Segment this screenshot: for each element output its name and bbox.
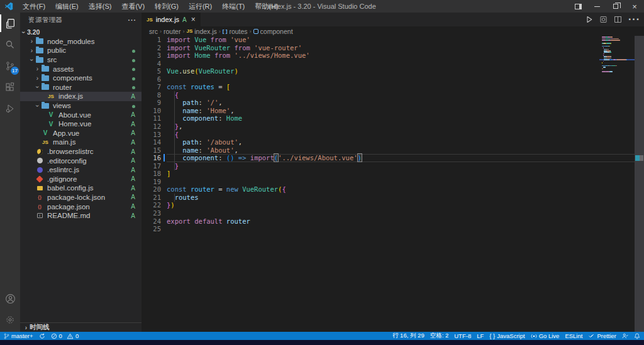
timeline-section[interactable]: › 时间线 (20, 322, 142, 332)
folder-icon (35, 47, 44, 54)
tree-item-src[interactable]: ›src (20, 55, 142, 65)
account-button[interactable] (0, 288, 20, 309)
explorer-actions-button[interactable]: ··· (128, 16, 137, 24)
encoding-item[interactable]: UTF-8 (454, 332, 471, 339)
activity-extensions[interactable] (0, 77, 20, 98)
tab-indexjs[interactable]: JS index.js A × (142, 13, 201, 26)
code-line-16[interactable]: 16 component: () => import('../views/Abo… (142, 154, 644, 162)
breadcrumb-item[interactable]: index.js (194, 28, 217, 35)
go-live-item[interactable]: Go Live (531, 332, 560, 339)
activity-run-debug[interactable] (0, 98, 20, 119)
tree-item-node-modules[interactable]: ›node_modules (20, 37, 142, 47)
code-line-1[interactable]: 1import Vue from 'vue' (142, 36, 644, 44)
code-line-21[interactable]: 21 routes (142, 194, 644, 202)
code-line-9[interactable]: 9 path: '/', (142, 99, 644, 107)
git-branch-item[interactable]: master+ (4, 332, 33, 339)
code-line-8[interactable]: 8 { (142, 91, 644, 99)
code-line-19[interactable]: 19 (142, 178, 644, 186)
code-line-2[interactable]: 2import VueRouter from 'vue-router' (142, 44, 644, 52)
menu-item[interactable]: 转到(G) (150, 1, 183, 13)
tree-item-main-js[interactable]: JSmain.jsA (20, 138, 142, 147)
activity-source-control[interactable]: 17 (0, 55, 20, 77)
tree-item--editorconfig[interactable]: .editorconfigA (20, 156, 142, 165)
tree-item-home-vue[interactable]: VHome.vueA (20, 119, 142, 129)
tree-item-router[interactable]: ›router (20, 83, 142, 92)
minimize-button[interactable] (587, 0, 606, 13)
sync-button[interactable] (39, 333, 45, 339)
tree-item-app-vue[interactable]: VApp.vueA (20, 129, 142, 138)
code-line-14[interactable]: 14 path: '/about', (142, 138, 644, 146)
tree-item-readme-md[interactable]: iREADME.mdA (20, 211, 142, 221)
notifications-button[interactable] (634, 333, 640, 339)
menu-item[interactable]: 选择(S) (84, 1, 116, 13)
tab-close-icon[interactable]: × (191, 15, 196, 24)
menu-item[interactable]: 查看(V) (117, 1, 149, 13)
tree-item-components[interactable]: ›components (20, 74, 142, 83)
cursor-position-item[interactable]: 行 16, 列 29 (392, 332, 425, 340)
layout-icon (575, 4, 582, 9)
run-file-icon[interactable] (586, 16, 593, 23)
code-line-24[interactable]: 24export default router (142, 217, 644, 226)
minimap[interactable] (602, 36, 635, 74)
editor-more-actions-icon[interactable]: ··· (628, 14, 640, 25)
code-line-12[interactable]: 12 }, (142, 123, 644, 131)
code-line-11[interactable]: 11 component: Home (142, 114, 644, 123)
split-editor-icon[interactable] (614, 16, 622, 23)
code-line-17[interactable]: 17 } (142, 162, 644, 170)
code-line-10[interactable]: 10 name: 'Home', (142, 107, 644, 115)
code-line-6[interactable]: 6 (142, 75, 644, 84)
code-line-5[interactable]: 5Vue.use(VueRouter) (142, 67, 644, 75)
tree-item-babel-config-js[interactable]: babel.config.jsA (20, 183, 142, 193)
eol-item[interactable]: LF (477, 332, 484, 339)
code-line-18[interactable]: 18] (142, 170, 644, 178)
open-changes-icon[interactable] (599, 16, 608, 23)
scrollbar[interactable] (635, 36, 644, 332)
tree-item--eslintrc-js[interactable]: .eslintrc.jsA (20, 165, 142, 175)
breadcrumb-item[interactable]: src (149, 28, 158, 35)
close-button[interactable]: × (625, 0, 644, 13)
activity-search[interactable] (0, 34, 20, 55)
breadcrumb-separator: › (160, 28, 162, 35)
eslint-item[interactable]: ESLint (565, 332, 582, 339)
code-line-23[interactable]: 23 (142, 209, 644, 217)
code-area[interactable]: 1import Vue from 'vue'2import VueRouter … (142, 36, 644, 332)
tree-item--gitignore[interactable]: .gitignoreA (20, 175, 142, 184)
tree-item-assets[interactable]: ›assets (20, 64, 142, 74)
tree-item-package-lock-json[interactable]: {}package-lock.jsonA (20, 193, 142, 202)
menu-item[interactable]: 运行(R) (184, 1, 216, 13)
code-line-22[interactable]: 22}) (142, 201, 644, 209)
restore-button[interactable] (606, 0, 625, 13)
tree-root[interactable]: › 3.20 (20, 28, 142, 37)
code-line-4[interactable]: 4 (142, 60, 644, 68)
menu-item[interactable]: 文件(F) (18, 1, 50, 13)
code-text: Vue.use(VueRouter) (161, 67, 238, 75)
code-line-25[interactable]: 25 (142, 225, 644, 233)
breadcrumb-item[interactable]: routes (229, 28, 247, 35)
tree-item-package-json[interactable]: {}package.jsonA (20, 202, 142, 211)
menu-item[interactable]: 编辑(E) (51, 1, 83, 13)
breadcrumb-item[interactable]: router (164, 28, 180, 35)
code-line-20[interactable]: 20const router = new VueRouter({ (142, 185, 644, 194)
breadcrumb-item[interactable]: component (260, 28, 293, 35)
tree-item-about-vue[interactable]: VAbout.vueA (20, 110, 142, 119)
tree-item-public[interactable]: ›public (20, 46, 142, 55)
activity-explorer[interactable] (0, 13, 20, 34)
json-icon: {} (35, 203, 44, 210)
problems-item[interactable]: 0 0 (51, 332, 79, 339)
tree-item--browserslistrc[interactable]: .browserslistrcA (20, 147, 142, 156)
tree-item-index-js[interactable]: JSindex.jsA (20, 92, 142, 101)
code-line-13[interactable]: 13 { (142, 131, 644, 139)
menu-item[interactable]: 终端(T) (218, 1, 249, 13)
prettier-item[interactable]: Prettier (588, 332, 616, 339)
code-line-7[interactable]: 7const routes = [ (142, 83, 644, 91)
settings-button[interactable] (0, 309, 20, 331)
indentation-item[interactable]: 空格: 2 (430, 332, 449, 340)
tree-item-label: assets (53, 65, 132, 73)
feedback-button[interactable] (622, 333, 628, 339)
code-line-15[interactable]: 15 name: 'About', (142, 146, 644, 155)
code-text: export default router (161, 217, 250, 226)
language-item[interactable]: { } JavaScript (489, 332, 525, 339)
toggle-layout-button[interactable] (569, 0, 587, 13)
tree-item-views[interactable]: ›views (20, 101, 142, 111)
code-line-3[interactable]: 3import Home from '../views/Home.vue' (142, 52, 644, 60)
